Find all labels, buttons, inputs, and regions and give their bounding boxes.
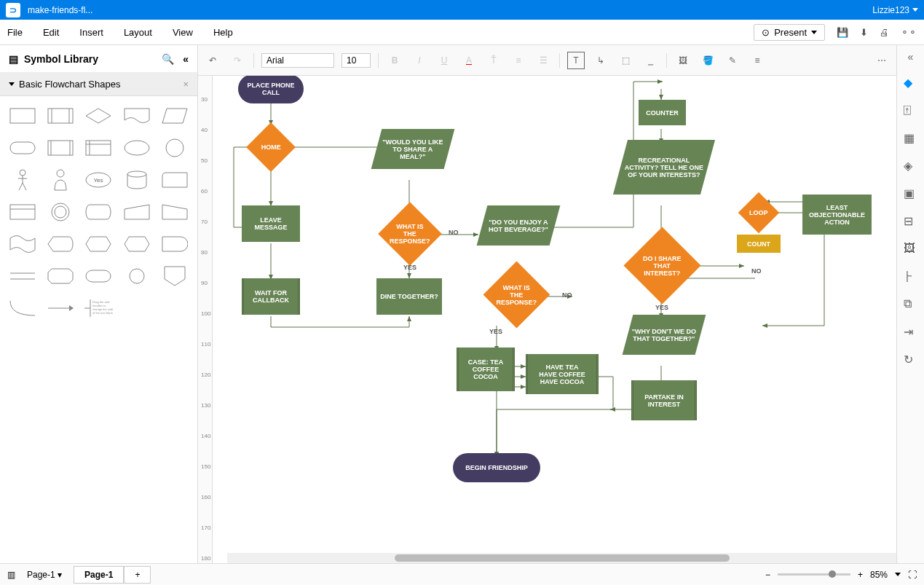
shape-rect-head[interactable]: [7, 200, 38, 224]
scrollbar-horizontal[interactable]: [227, 553, 896, 563]
canvas[interactable]: PLACE PHONE CALL HOME LEAVE MESSAGE WAIT…: [213, 60, 896, 563]
menu-insert[interactable]: Insert: [79, 27, 103, 38]
text-format-button[interactable]: Ť: [485, 52, 502, 69]
undo-button[interactable]: ↶: [204, 52, 221, 69]
layers-icon[interactable]: ◈: [904, 159, 918, 173]
shape-internal-storage[interactable]: [83, 136, 114, 160]
node-leave-message[interactable]: LEAVE MESSAGE: [242, 205, 300, 242]
shape-manual-input2[interactable]: [159, 200, 190, 224]
italic-button[interactable]: I: [411, 52, 428, 69]
shape-offpage[interactable]: [159, 264, 190, 288]
node-place-phone-call[interactable]: PLACE PHONE CALL: [238, 74, 304, 103]
shape-hexagon[interactable]: [83, 232, 114, 256]
node-partake[interactable]: PARTAKE IN INTEREST: [631, 380, 697, 420]
shape-yes-label[interactable]: Yes: [83, 168, 114, 192]
print-icon[interactable]: 🖨: [880, 27, 889, 38]
shape-document[interactable]: [122, 103, 152, 128]
shape-category[interactable]: Basic Flowchart Shapes ×: [0, 73, 197, 96]
connector-button[interactable]: ↳: [592, 52, 609, 69]
node-wait-callback[interactable]: WAIT FOR CALLBACK: [242, 278, 300, 315]
menu-layout[interactable]: Layout: [124, 27, 152, 38]
shape-predefined[interactable]: [45, 136, 76, 160]
node-share-interest[interactable]: DO I SHARE THAT INTEREST?: [623, 227, 700, 304]
close-icon[interactable]: ×: [183, 79, 189, 90]
font-select[interactable]: Arial: [261, 53, 334, 68]
node-count[interactable]: COUNT: [737, 235, 781, 253]
presentation-icon[interactable]: ▣: [904, 187, 918, 201]
shape-tape[interactable]: [7, 232, 38, 256]
redo-button[interactable]: ↷: [229, 52, 246, 69]
data-icon[interactable]: ⊟: [904, 214, 918, 229]
shape-data[interactable]: [159, 103, 190, 128]
align-button[interactable]: ≡: [510, 52, 527, 69]
fullscreen-button[interactable]: ⛶: [908, 570, 917, 580]
zoom-out-button[interactable]: −: [765, 570, 770, 580]
sitemap-icon[interactable]: ⺊: [904, 270, 918, 284]
more-button[interactable]: ⋯: [873, 52, 891, 69]
shape-circle[interactable]: [159, 136, 190, 160]
history-icon[interactable]: ↻: [904, 353, 918, 367]
fontsize-select[interactable]: 10: [341, 53, 371, 68]
share-icon[interactable]: ⚬⚬: [901, 27, 917, 38]
list-button[interactable]: ☰: [534, 52, 552, 69]
present-button[interactable]: ⊙ Present: [754, 24, 825, 41]
underline-button[interactable]: U: [435, 52, 453, 69]
node-begin-friendship[interactable]: BEGIN FRIENDSHIP: [453, 453, 540, 482]
shape-ellipse[interactable]: [122, 136, 152, 160]
menu-file[interactable]: File: [7, 27, 23, 38]
shape-arrow[interactable]: [45, 296, 76, 321]
node-response1[interactable]: WHAT IS THE RESPONSE?: [378, 202, 442, 266]
shape-display[interactable]: [45, 232, 76, 256]
node-why-together[interactable]: "WHY DON'T WE DO THAT TOGETHER?": [623, 315, 706, 355]
shape-actor[interactable]: [7, 168, 38, 192]
indent-icon[interactable]: ⇥: [904, 325, 918, 339]
bold-button[interactable]: B: [386, 52, 403, 69]
shape-button[interactable]: ⬚: [617, 52, 634, 69]
page-tab[interactable]: Page-1: [74, 566, 124, 584]
grid-icon[interactable]: ▦: [904, 131, 918, 146]
shape-manual-input[interactable]: [122, 200, 152, 224]
node-recreational[interactable]: RECREATIONAL ACTIVITY? TELL HE ONE OF YO…: [613, 140, 715, 195]
line-weight-button[interactable]: ≡: [749, 52, 766, 69]
fill-icon[interactable]: ◆: [904, 76, 918, 90]
text-tool[interactable]: T: [567, 52, 585, 69]
shape-decision[interactable]: [83, 103, 114, 128]
shape-double-circle[interactable]: [45, 200, 76, 224]
shape-process-alt[interactable]: [45, 103, 76, 128]
node-share-meal[interactable]: "WOULD YOU LIKE TO SHARE A MEAL?": [371, 129, 455, 169]
shape-actor-alt[interactable]: [45, 168, 76, 192]
collapse-icon[interactable]: «: [183, 53, 189, 65]
shape-prep[interactable]: [122, 232, 152, 256]
node-loop[interactable]: LOOP: [738, 192, 780, 234]
export-icon[interactable]: ⍐: [904, 103, 918, 118]
fill-button[interactable]: 🪣: [699, 52, 716, 69]
outline-icon[interactable]: ▥: [7, 570, 15, 580]
copy-icon[interactable]: ⧉: [904, 297, 918, 312]
line-style-button[interactable]: ⎯: [641, 52, 659, 69]
node-hot-beverage[interactable]: "DO YOU ENJOY A HOT BEVERAGE?": [477, 205, 561, 246]
shape-connector[interactable]: [122, 264, 152, 288]
page-dropdown[interactable]: Page-1 ▾: [27, 570, 62, 580]
shape-lines[interactable]: [7, 264, 38, 288]
menu-view[interactable]: View: [173, 27, 193, 38]
diagram-page[interactable]: PLACE PHONE CALL HOME LEAVE MESSAGE WAIT…: [213, 60, 896, 563]
shape-database[interactable]: [122, 168, 152, 192]
node-dine[interactable]: DINE TOGETHER?: [376, 278, 442, 315]
line-color-button[interactable]: ✎: [724, 52, 741, 69]
zoom-in-button[interactable]: +: [858, 570, 863, 580]
node-counter[interactable]: COUNTER: [639, 100, 686, 125]
shape-delay[interactable]: [159, 232, 190, 256]
shape-rounded[interactable]: [83, 264, 114, 288]
image-icon[interactable]: 🖼: [904, 242, 918, 256]
shape-cut-corner[interactable]: [45, 264, 76, 288]
shape-card[interactable]: [159, 168, 190, 192]
node-response2[interactable]: WHAT IS THE RESPONSE?: [483, 262, 550, 329]
shape-process[interactable]: [7, 103, 38, 128]
image-button[interactable]: 🖼: [674, 52, 692, 69]
shape-arc[interactable]: [7, 296, 38, 321]
menu-help[interactable]: Help: [213, 27, 233, 38]
menu-edit[interactable]: Edit: [43, 27, 59, 38]
zoom-dropdown-icon[interactable]: [895, 573, 901, 576]
shape-terminator[interactable]: [7, 136, 38, 160]
node-have-drinks[interactable]: HAVE TEA HAVE COFFEE HAVE COCOA: [526, 354, 599, 394]
